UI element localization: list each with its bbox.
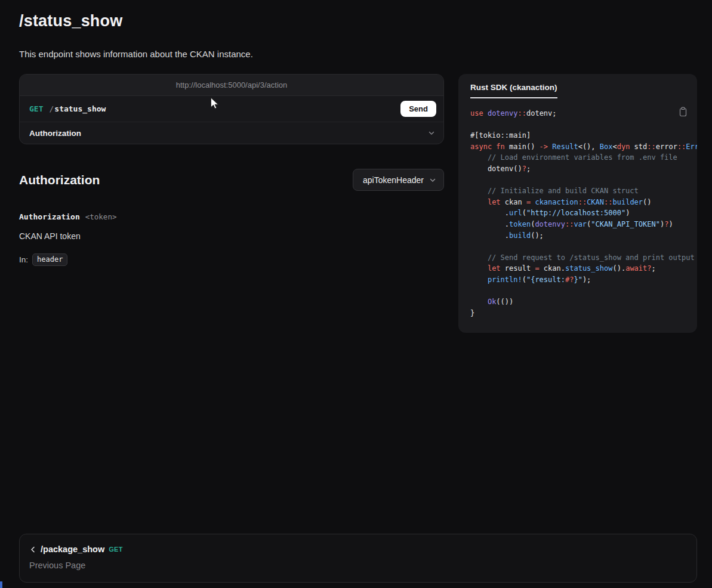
chevron-left-icon (29, 546, 36, 553)
in-value-badge: header (32, 253, 67, 266)
authorization-heading: Authorization (19, 173, 100, 187)
api-request-card: http://localhost:5000/api/3/action GET /… (19, 74, 444, 144)
right-column: Rust SDK (ckanaction) use dotenvy::doten… (458, 74, 697, 333)
previous-page-path: /package_show (41, 544, 104, 554)
previous-page-top-row: /package_show GET (29, 544, 687, 554)
previous-page-method-badge: GET (109, 546, 123, 553)
docs-page: /status_show This endpoint shows informa… (0, 0, 712, 583)
left-column: http://localhost:5000/api/3/action GET /… (19, 74, 444, 266)
base-url-selector[interactable]: http://localhost:5000/api/3/action (20, 75, 443, 96)
chevron-down-icon (429, 177, 436, 184)
content-columns: http://localhost:5000/api/3/action GET /… (19, 74, 697, 333)
parameter-name: Authorization (19, 212, 80, 221)
send-button[interactable]: Send (400, 101, 436, 117)
in-label: In: (19, 255, 28, 264)
auth-row-label: Authorization (29, 129, 81, 138)
authorization-collapsible-row[interactable]: Authorization (20, 122, 443, 144)
previous-page-label: Previous Page (29, 561, 687, 570)
page-description: This endpoint shows information about th… (19, 49, 697, 59)
request-row: GET /status_show Send (20, 96, 443, 122)
path-slash: / (49, 104, 54, 113)
corner-scroll-indicator (0, 581, 2, 588)
tab-rust-sdk[interactable]: Rust SDK (ckanaction) (470, 83, 557, 98)
parameter-type: <token> (85, 212, 117, 221)
parameter-location-row: In: header (19, 253, 444, 266)
path-name: status_show (54, 104, 106, 113)
auth-scheme-dropdown[interactable]: apiTokenHeader (353, 169, 444, 191)
auth-scheme-selected: apiTokenHeader (363, 175, 424, 185)
page-title: /status_show (19, 12, 697, 30)
http-method-badge: GET (29, 104, 43, 113)
parameter-name-row: Authorization <token> (19, 212, 444, 221)
endpoint-path: /status_show (49, 104, 106, 113)
parameter-description: CKAN API token (19, 231, 444, 241)
previous-page-link[interactable]: /package_show GET Previous Page (19, 534, 697, 583)
clipboard-icon (679, 107, 688, 117)
code-example-panel: Rust SDK (ckanaction) use dotenvy::doten… (458, 74, 697, 333)
authorization-section-header: Authorization apiTokenHeader (19, 169, 444, 191)
code-tabs: Rust SDK (ckanaction) (458, 74, 697, 98)
base-url-text: http://localhost:5000/api/3/action (176, 81, 287, 89)
code-body: use dotenvy::dotenv;#[tokio::main]async … (458, 98, 697, 333)
auth-parameter-block: Authorization <token> CKAN API token In:… (19, 212, 444, 266)
code-block[interactable]: use dotenvy::dotenv;#[tokio::main]async … (470, 108, 697, 318)
chevron-down-icon (428, 129, 435, 137)
copy-icon[interactable] (677, 106, 689, 120)
